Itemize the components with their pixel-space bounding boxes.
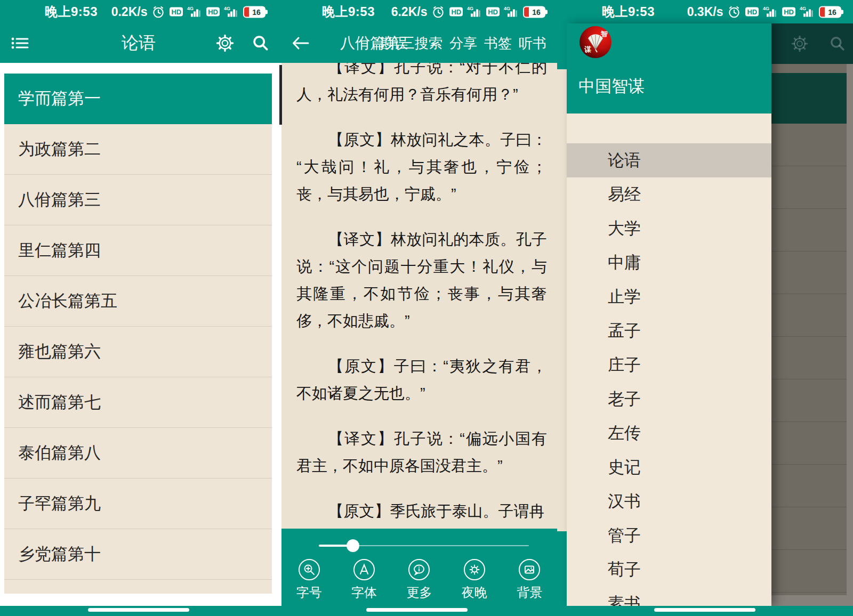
logo-char: 智 [601,29,608,39]
signal-4g-icon: 4G [224,5,239,19]
chapter-list-item[interactable]: 里仁篇第四 [4,225,272,276]
stitched-screenshots: 晚上9:53 0.2K/s HD 4G HD 4G [0,0,853,616]
scrim-overlay[interactable] [771,23,853,606]
book-list-item[interactable]: 汉书 [567,484,771,518]
hd-icon: HD [782,7,795,17]
chapter-list-item[interactable]: 公冶长篇第五 [4,276,272,327]
svg-text:4G: 4G [504,5,510,11]
svg-text:4G: 4G [224,5,230,11]
book-list-item[interactable]: 大学 [567,212,771,246]
svg-text:4G: 4G [800,5,806,11]
battery-percent: 16 [532,7,541,16]
home-indicator[interactable] [88,608,189,612]
dimmed-selected-row [771,73,847,124]
chapter-list-item[interactable]: 雍也篇第六 [4,327,272,377]
status-bar-1: 晚上9:53 0.2K/s HD 4G HD 4G [0,0,277,23]
chapter-label: 雍也篇第六 [18,341,101,363]
alarm-icon [151,5,165,19]
brightness-slider[interactable] [319,545,529,547]
font-family-icon [353,558,375,581]
book-list-item[interactable]: 史记 [567,450,771,484]
book-label: 易经 [608,183,641,206]
page-title: 论语 [122,31,156,55]
night-mode-button[interactable]: 夜晚 [462,558,487,601]
chapter-label: 乡党篇第十 [18,543,101,565]
underlying-page-edge [557,69,567,531]
reading-appbar: 八佾篇第三 勘误搜索分享书签听书 [277,23,557,63]
chapter-menu-button[interactable] [11,35,30,51]
signal-4g-icon: 4G [763,5,778,19]
home-indicator[interactable] [366,608,468,612]
chapter-appbar: 论语 [0,23,277,63]
network-speed: 6.2K/s [391,5,428,19]
svg-text:4G: 4G [467,5,473,11]
font-size-button[interactable]: 字号 [296,558,322,601]
chapter-list-item[interactable]: 为政篇第二 [4,124,272,175]
chapter-list-item[interactable]: 八佾篇第三 [4,175,272,225]
chapter-label: 学而篇第一 [18,87,101,110]
book-list-item[interactable]: 管子 [567,518,771,553]
background-button[interactable]: 背景 [517,558,542,601]
reading-paragraph: 【译文】林放问礼的本质。孔子说：“这个问题十分重大！礼仪，与其隆重，不如节俭；丧… [296,226,547,335]
book-list-item[interactable]: 止学 [567,280,771,314]
chapter-label: 泰伯篇第八 [18,442,101,464]
book-list-item[interactable]: 论语 [567,143,771,177]
background-icon [518,558,541,581]
toolbar-label: 字体 [351,584,377,601]
action-button[interactable]: 搜索 [415,34,442,53]
book-list-item[interactable]: 易经 [567,177,771,212]
settings-button[interactable] [215,34,235,53]
book-label: 论语 [608,149,641,172]
chapter-list-item-partial[interactable] [4,580,272,594]
back-button[interactable] [291,35,310,51]
book-list-item[interactable]: 荀子 [567,553,771,587]
book-list-item[interactable]: 老子 [567,382,771,416]
battery-percent: 16 [252,7,261,16]
action-button[interactable]: 分享 [449,34,477,53]
network-speed: 0.3K/s [687,5,723,19]
chapter-label: 八佾篇第三 [18,189,101,211]
chapter-list-item[interactable]: 学而篇第一 [4,74,272,124]
slider-thumb[interactable] [347,539,359,552]
book-list-item[interactable]: 左传 [567,416,771,450]
chapter-list-item[interactable]: 乡党篇第十 [4,529,272,580]
network-speed: 0.2K/s [111,5,148,19]
font-family-button[interactable]: 字体 [351,558,377,601]
scrollbar-thumb[interactable] [279,65,282,125]
book-label: 孟子 [608,320,641,342]
action-button[interactable]: 听书 [519,34,546,53]
more-button[interactable]: 更多 [406,558,432,601]
reading-paragraph: 【译文】孔子说：“偏远小国有君主，不如中原各国没君主。” [296,425,547,480]
book-list-item[interactable]: 中庸 [567,246,771,280]
chapter-list-item[interactable]: 泰伯篇第八 [4,428,272,479]
hd-icon: HD [745,7,759,17]
action-button[interactable]: 勘误 [380,34,408,53]
signal-4g-icon: 4G [467,5,482,19]
status-bar-3: 晚上9:53 0.3K/s HD 4G HD 4G [557,0,853,23]
list-menu-icon [11,35,30,51]
reading-actions: 勘误搜索分享书签听书 [380,34,546,53]
status-bar-2: 晚上9:53 6.2K/s HD 4G HD 4G [277,0,557,23]
book-list-item[interactable]: 孟子 [567,314,771,348]
toolbar-label: 更多 [406,584,432,601]
book-list-item[interactable]: 庄子 [567,348,771,382]
dimmed-list-rows [771,124,847,595]
chapter-list-item[interactable]: 子罕篇第九 [4,479,272,529]
reading-text: 【译文】孔子说：“对于不仁的人，礼法有何用？音乐有何用？”【原文】林放问礼之本。… [296,54,547,525]
toolbar-label: 夜晚 [462,584,487,601]
home-indicator[interactable] [654,608,755,612]
reading-paragraph: 【原文】子曰：“夷狄之有君，不如诸夏之无也。” [296,353,547,407]
chapter-list-item[interactable]: 述而篇第七 [4,377,272,428]
action-button[interactable]: 书签 [484,34,512,53]
more-icon [408,558,430,581]
toolbar-label: 背景 [517,584,542,601]
underlying-toolbar-edge [557,531,567,606]
search-button[interactable] [252,34,270,52]
hd-icon: HD [206,7,220,17]
chapter-label: 述而篇第七 [18,391,101,414]
page-margin [276,63,281,606]
search-icon [252,34,270,52]
battery-percent: 16 [828,7,836,16]
dimmed-appbar [771,23,853,64]
navigation-drawer: 智 谋 中国智谋 论语 易经 大学 [567,23,771,606]
